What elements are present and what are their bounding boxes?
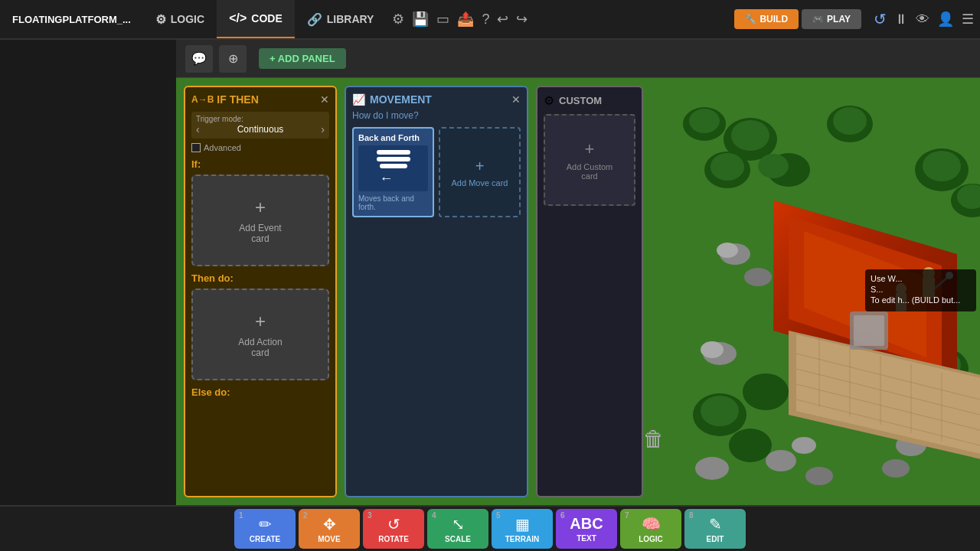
play-icon: 🎮 <box>812 14 824 24</box>
back-forth-label: Back and Forth <box>358 133 428 142</box>
settings-icon[interactable]: ⚙ <box>392 11 404 28</box>
add-custom-label: Add Custom card <box>567 162 613 181</box>
wave-icon: ← <box>377 150 410 187</box>
logic-icon: ⚙ <box>155 12 166 27</box>
chat-icon-btn[interactable]: 💬 <box>185 45 213 73</box>
trigger-mode-row: Trigger mode: ‹ Continuous › <box>191 112 329 139</box>
menu-icon[interactable]: ☰ <box>962 11 974 28</box>
tool-create-num: 1 <box>239 511 243 520</box>
custom-gear-icon: ⚙ <box>544 93 554 108</box>
edit-icon: ✎ <box>709 515 722 533</box>
window-icon[interactable]: ▭ <box>436 11 449 28</box>
tool-edit-num: 8 <box>689 511 694 520</box>
trigger-value: Continuous <box>237 124 284 135</box>
tool-logic-num: 7 <box>625 511 629 520</box>
undo-icon[interactable]: ↩ <box>497 11 508 28</box>
redo-icon[interactable]: ↪ <box>516 11 528 28</box>
tool-logic-btn[interactable]: 7 🧠 LOGIC <box>620 509 681 549</box>
trigger-nav: ‹ Continuous › <box>196 123 325 135</box>
add-move-card-btn[interactable]: + Add Move card <box>439 127 521 217</box>
target-icon-btn[interactable]: ⊕ <box>219 45 247 73</box>
else-label: Else do: <box>191 386 329 398</box>
help-icon[interactable]: ? <box>482 11 489 28</box>
tool-terrain-btn[interactable]: 5 ▦ TERRAIN <box>492 509 553 549</box>
tool-edit-btn[interactable]: 8 ✎ EDIT <box>684 509 746 549</box>
movement-cards-grid: Back and Forth ← Moves back and forth. + <box>352 127 521 217</box>
library-icon: 🔗 <box>307 12 322 27</box>
add-action-plus-icon: + <box>255 311 266 332</box>
ab-icon: A→B <box>191 94 214 105</box>
if-then-title: A→B IF THEN <box>191 93 259 106</box>
trigger-next-btn[interactable]: › <box>321 123 325 135</box>
movement-header: 📈 MOVEMENT ✕ <box>352 93 521 106</box>
create-icon: ✏ <box>259 515 272 533</box>
if-label: If: <box>191 158 329 170</box>
movement-chart-icon: 📈 <box>352 93 365 106</box>
tool-terrain-label: TERRAIN <box>505 535 539 543</box>
logic-toolbar-row: 💬 ⊕ + ADD PANEL <box>176 40 980 78</box>
person-icon[interactable]: 👤 <box>937 11 954 28</box>
tool-rotate-btn[interactable]: 3 ↺ ROTATE <box>363 509 424 549</box>
tool-logic-label: LOGIC <box>639 535 663 543</box>
advanced-row: Advanced <box>191 143 329 152</box>
movement-close-btn[interactable]: ✕ <box>511 93 521 106</box>
rotate-icon: ↺ <box>387 515 400 533</box>
add-move-plus-icon: + <box>475 158 485 175</box>
back-forth-card[interactable]: Back and Forth ← Moves back and forth. <box>352 127 434 217</box>
tool-text-label: TEXT <box>577 534 596 543</box>
if-then-close-btn[interactable]: ✕ <box>320 93 329 106</box>
upload-icon[interactable]: 📤 <box>457 11 474 28</box>
tool-text-btn[interactable]: 6 ABC TEXT <box>556 509 617 549</box>
nav-library-btn[interactable]: 🔗 LIBRARY <box>295 0 387 38</box>
add-action-card-btn[interactable]: + Add Action card <box>191 289 329 380</box>
back-forth-visual: ← <box>358 145 428 191</box>
tool-terrain-num: 5 <box>496 511 501 520</box>
trigger-prev-btn[interactable]: ‹ <box>196 123 200 135</box>
wave-line-3 <box>380 164 407 168</box>
code-icon: </> <box>229 11 247 25</box>
save-icon[interactable]: 💾 <box>412 11 429 28</box>
add-event-label: Add Event card <box>239 223 281 244</box>
eye-icon[interactable]: 👁 <box>916 11 929 28</box>
add-event-plus-icon: + <box>255 197 266 218</box>
add-custom-plus-icon: + <box>585 139 595 159</box>
build-play-group: 🔧 BUILD 🎮 PLAY <box>734 9 861 29</box>
custom-title: CUSTOM <box>559 95 602 106</box>
if-then-card: A→B IF THEN ✕ Trigger mode: ‹ Continuous… <box>184 86 337 497</box>
play-button[interactable]: 🎮 PLAY <box>802 9 861 29</box>
add-panel-button[interactable]: + ADD PANEL <box>259 48 346 69</box>
text-icon: ABC <box>570 515 603 533</box>
trash-button[interactable]: 🗑 <box>643 426 665 452</box>
tool-move-btn[interactable]: 2 ✥ MOVE <box>299 509 360 549</box>
custom-header: ⚙ CUSTOM <box>544 93 635 108</box>
canvas-area: Use W... S... To edit h... (BUILD but...… <box>176 40 980 505</box>
nav-code-btn[interactable]: </> CODE <box>217 0 295 38</box>
tool-scale-num: 4 <box>432 511 436 520</box>
build-icon: 🔧 <box>745 14 756 24</box>
nav-logic-btn[interactable]: ⚙ LOGIC <box>143 0 217 38</box>
pause-icon[interactable]: ⏸ <box>894 11 908 28</box>
trigger-label: Trigger mode: <box>196 115 325 123</box>
movement-subtitle: How do I move? <box>352 110 521 121</box>
logic-panels-container: A→B IF THEN ✕ Trigger mode: ‹ Continuous… <box>176 78 980 505</box>
topbar: FLOATINGPLATFORM_... ⚙ LOGIC </> CODE 🔗 … <box>0 0 980 40</box>
tool-create-btn[interactable]: 1 ✏ CREATE <box>234 509 296 549</box>
add-move-label: Add Move card <box>452 178 508 187</box>
tool-text-num: 6 <box>560 511 565 520</box>
then-label: Then do: <box>191 272 329 284</box>
movement-panel: 📈 MOVEMENT ✕ How do I move? Back and For… <box>345 86 528 497</box>
custom-panel: ⚙ CUSTOM + Add Custom card <box>536 86 643 497</box>
refresh-icon[interactable]: ↺ <box>874 10 887 28</box>
add-event-card-btn[interactable]: + Add Event card <box>191 174 329 266</box>
add-custom-card-btn[interactable]: + Add Custom card <box>544 114 635 206</box>
build-button[interactable]: 🔧 BUILD <box>734 9 799 29</box>
back-forth-desc: Moves back and forth. <box>358 194 428 211</box>
tool-rotate-label: ROTATE <box>378 535 409 543</box>
tool-scale-btn[interactable]: 4 ⤡ SCALE <box>427 509 488 549</box>
advanced-checkbox[interactable] <box>191 143 201 152</box>
topbar-right-icons: ↺ ⏸ 👁 👤 ☰ <box>867 10 980 28</box>
arrow-left-icon: ← <box>380 171 394 187</box>
movement-title: 📈 MOVEMENT <box>352 93 432 106</box>
tool-rotate-num: 3 <box>368 511 372 520</box>
bottom-toolbar: 1 ✏ CREATE 2 ✥ MOVE 3 ↺ ROTATE 4 ⤡ SCALE… <box>0 505 980 551</box>
